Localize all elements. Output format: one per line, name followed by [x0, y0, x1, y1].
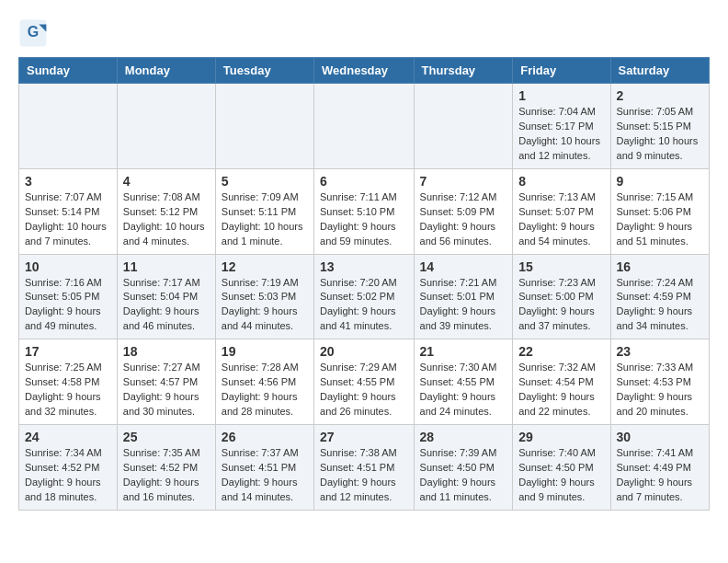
- day-info: Sunrise: 7:29 AMSunset: 4:55 PMDaylight:…: [320, 361, 408, 419]
- calendar-cell: 16Sunrise: 7:24 AMSunset: 4:59 PMDayligh…: [610, 254, 709, 339]
- day-number: 3: [25, 174, 111, 189]
- day-info: Sunrise: 7:11 AMSunset: 5:10 PMDaylight:…: [320, 190, 408, 249]
- calendar-cell: 23Sunrise: 7:33 AMSunset: 4:53 PMDayligh…: [610, 339, 709, 425]
- calendar-cell: 2Sunrise: 7:05 AMSunset: 5:15 PMDaylight…: [610, 84, 709, 169]
- day-info: Sunrise: 7:25 AMSunset: 4:58 PMDaylight:…: [25, 361, 111, 419]
- day-number: 13: [320, 259, 408, 274]
- day-number: 24: [25, 430, 111, 444]
- calendar-week-row: 24Sunrise: 7:34 AMSunset: 4:52 PMDayligh…: [19, 425, 710, 511]
- day-info: Sunrise: 7:12 AMSunset: 5:09 PMDaylight:…: [420, 190, 507, 249]
- day-info: Sunrise: 7:05 AMSunset: 5:15 PMDaylight:…: [617, 105, 703, 164]
- day-info: Sunrise: 7:20 AMSunset: 5:02 PMDaylight:…: [320, 276, 408, 335]
- day-info: Sunrise: 7:33 AMSunset: 4:53 PMDaylight:…: [617, 361, 703, 419]
- day-number: 6: [320, 174, 408, 189]
- day-number: 20: [320, 344, 408, 359]
- calendar-cell: 9Sunrise: 7:15 AMSunset: 5:06 PMDaylight…: [610, 168, 709, 254]
- day-number: 27: [320, 430, 408, 444]
- day-info: Sunrise: 7:37 AMSunset: 4:51 PMDaylight:…: [222, 446, 308, 505]
- weekday-header-row: SundayMondayTuesdayWednesdayThursdayFrid…: [19, 58, 710, 84]
- calendar-cell: 4Sunrise: 7:08 AMSunset: 5:12 PMDaylight…: [117, 168, 215, 254]
- calendar-cell: 28Sunrise: 7:39 AMSunset: 4:50 PMDayligh…: [414, 425, 513, 511]
- calendar-cell: 13Sunrise: 7:20 AMSunset: 5:02 PMDayligh…: [314, 254, 415, 339]
- weekday-header-monday: Monday: [117, 58, 215, 84]
- calendar-week-row: 3Sunrise: 7:07 AMSunset: 5:14 PMDaylight…: [19, 168, 710, 254]
- day-number: 21: [420, 344, 507, 359]
- day-number: 17: [25, 344, 111, 359]
- calendar-cell: 12Sunrise: 7:19 AMSunset: 5:03 PMDayligh…: [215, 254, 313, 339]
- day-number: 29: [518, 430, 604, 444]
- day-number: 28: [420, 430, 507, 444]
- day-number: 18: [123, 344, 210, 359]
- day-number: 10: [25, 259, 111, 274]
- day-info: Sunrise: 7:39 AMSunset: 4:50 PMDaylight:…: [420, 446, 507, 505]
- calendar-cell: 17Sunrise: 7:25 AMSunset: 4:58 PMDayligh…: [19, 339, 118, 425]
- calendar-week-row: 17Sunrise: 7:25 AMSunset: 4:58 PMDayligh…: [19, 339, 710, 425]
- calendar-cell: 25Sunrise: 7:35 AMSunset: 4:52 PMDayligh…: [117, 425, 215, 511]
- calendar-cell: 5Sunrise: 7:09 AMSunset: 5:11 PMDaylight…: [215, 168, 313, 254]
- calendar-cell: 3Sunrise: 7:07 AMSunset: 5:14 PMDaylight…: [19, 168, 118, 254]
- day-info: Sunrise: 7:04 AMSunset: 5:17 PMDaylight:…: [518, 105, 604, 164]
- logo: G: [18, 18, 51, 48]
- weekday-header-saturday: Saturday: [610, 58, 709, 84]
- day-number: 8: [518, 174, 604, 189]
- day-number: 11: [123, 259, 210, 274]
- svg-text:G: G: [28, 24, 39, 40]
- calendar-cell: 6Sunrise: 7:11 AMSunset: 5:10 PMDaylight…: [314, 168, 415, 254]
- day-info: Sunrise: 7:27 AMSunset: 4:57 PMDaylight:…: [123, 361, 210, 419]
- day-number: 26: [222, 430, 308, 444]
- day-number: 5: [222, 174, 308, 189]
- day-number: 22: [518, 344, 604, 359]
- calendar-cell: 10Sunrise: 7:16 AMSunset: 5:05 PMDayligh…: [19, 254, 118, 339]
- day-number: 1: [518, 88, 604, 103]
- weekday-header-thursday: Thursday: [414, 58, 513, 84]
- day-info: Sunrise: 7:21 AMSunset: 5:01 PMDaylight:…: [420, 276, 507, 335]
- day-info: Sunrise: 7:34 AMSunset: 4:52 PMDaylight:…: [25, 446, 111, 505]
- calendar-cell: [414, 84, 513, 169]
- calendar-cell: 15Sunrise: 7:23 AMSunset: 5:00 PMDayligh…: [513, 254, 610, 339]
- day-number: 19: [222, 344, 308, 359]
- weekday-header-tuesday: Tuesday: [215, 58, 313, 84]
- calendar-cell: 20Sunrise: 7:29 AMSunset: 4:55 PMDayligh…: [314, 339, 415, 425]
- day-number: 30: [617, 430, 703, 444]
- day-number: 15: [518, 259, 604, 274]
- day-info: Sunrise: 7:23 AMSunset: 5:00 PMDaylight:…: [518, 276, 604, 335]
- day-info: Sunrise: 7:19 AMSunset: 5:03 PMDaylight:…: [222, 276, 308, 335]
- day-number: 25: [123, 430, 210, 444]
- weekday-header-sunday: Sunday: [19, 58, 118, 84]
- calendar-table: SundayMondayTuesdayWednesdayThursdayFrid…: [18, 57, 710, 511]
- day-number: 9: [617, 174, 703, 189]
- calendar-cell: 26Sunrise: 7:37 AMSunset: 4:51 PMDayligh…: [215, 425, 313, 511]
- day-info: Sunrise: 7:35 AMSunset: 4:52 PMDaylight:…: [123, 446, 210, 505]
- day-info: Sunrise: 7:09 AMSunset: 5:11 PMDaylight:…: [222, 190, 308, 249]
- weekday-header-wednesday: Wednesday: [314, 58, 415, 84]
- weekday-header-friday: Friday: [513, 58, 610, 84]
- page-header: G: [18, 18, 710, 48]
- calendar-week-row: 1Sunrise: 7:04 AMSunset: 5:17 PMDaylight…: [19, 84, 710, 169]
- day-info: Sunrise: 7:28 AMSunset: 4:56 PMDaylight:…: [222, 361, 308, 419]
- calendar-week-row: 10Sunrise: 7:16 AMSunset: 5:05 PMDayligh…: [19, 254, 710, 339]
- day-info: Sunrise: 7:07 AMSunset: 5:14 PMDaylight:…: [25, 190, 111, 249]
- day-info: Sunrise: 7:17 AMSunset: 5:04 PMDaylight:…: [123, 276, 210, 335]
- logo-icon: G: [18, 18, 48, 48]
- day-info: Sunrise: 7:40 AMSunset: 4:50 PMDaylight:…: [518, 446, 604, 505]
- day-info: Sunrise: 7:08 AMSunset: 5:12 PMDaylight:…: [123, 190, 210, 249]
- day-info: Sunrise: 7:13 AMSunset: 5:07 PMDaylight:…: [518, 190, 604, 249]
- calendar-cell: 24Sunrise: 7:34 AMSunset: 4:52 PMDayligh…: [19, 425, 118, 511]
- day-number: 14: [420, 259, 507, 274]
- calendar-cell: 14Sunrise: 7:21 AMSunset: 5:01 PMDayligh…: [414, 254, 513, 339]
- calendar-cell: 1Sunrise: 7:04 AMSunset: 5:17 PMDaylight…: [513, 84, 610, 169]
- calendar-cell: 7Sunrise: 7:12 AMSunset: 5:09 PMDaylight…: [414, 168, 513, 254]
- day-info: Sunrise: 7:32 AMSunset: 4:54 PMDaylight:…: [518, 361, 604, 419]
- calendar-cell: [117, 84, 215, 169]
- calendar-cell: 27Sunrise: 7:38 AMSunset: 4:51 PMDayligh…: [314, 425, 415, 511]
- day-info: Sunrise: 7:24 AMSunset: 4:59 PMDaylight:…: [617, 276, 703, 335]
- calendar-cell: 30Sunrise: 7:41 AMSunset: 4:49 PMDayligh…: [610, 425, 709, 511]
- day-info: Sunrise: 7:30 AMSunset: 4:55 PMDaylight:…: [420, 361, 507, 419]
- day-info: Sunrise: 7:15 AMSunset: 5:06 PMDaylight:…: [617, 190, 703, 249]
- day-number: 16: [617, 259, 703, 274]
- calendar-cell: 22Sunrise: 7:32 AMSunset: 4:54 PMDayligh…: [513, 339, 610, 425]
- day-number: 12: [222, 259, 308, 274]
- calendar-cell: [314, 84, 415, 169]
- calendar-cell: 8Sunrise: 7:13 AMSunset: 5:07 PMDaylight…: [513, 168, 610, 254]
- day-number: 2: [617, 88, 703, 103]
